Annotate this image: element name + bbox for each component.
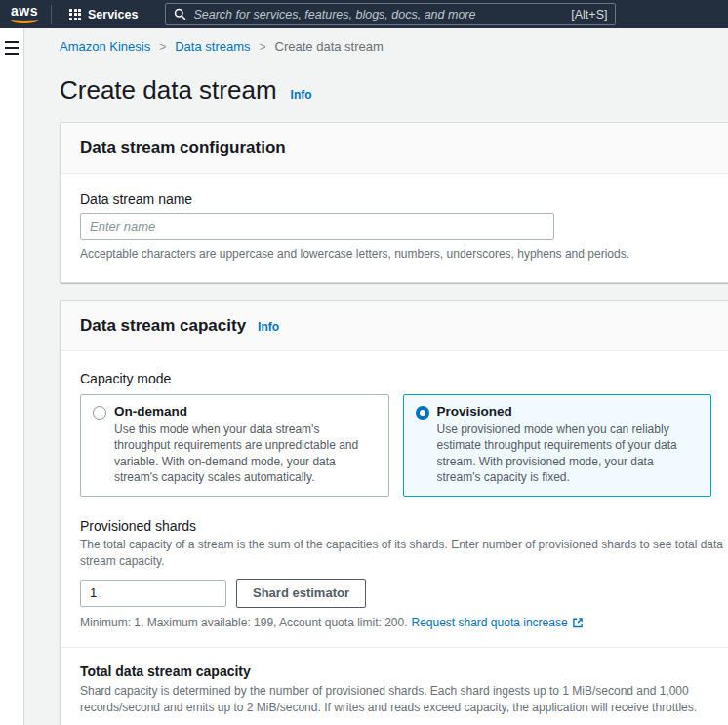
breadcrumb-link-data-streams[interactable]: Data streams (175, 39, 250, 54)
page-header: Create data stream Info (24, 54, 728, 105)
card-header: Data stream configuration (61, 123, 728, 174)
shard-estimator-button[interactable]: Shard estimator (236, 579, 366, 608)
page-title: Create data stream (60, 75, 277, 105)
side-nav-rail (0, 28, 24, 725)
provisioned-mode-tile[interactable]: Provisioned Use provisioned mode when yo… (403, 394, 712, 497)
shard-quota-text: Minimum: 1, Maximum available: 199, Acco… (80, 616, 407, 629)
capacity-info-link[interactable]: Info (258, 320, 279, 334)
search-input[interactable] (193, 8, 564, 21)
shards-input-row: Shard estimator (80, 579, 711, 608)
on-demand-description: Use this mode when your data stream's th… (114, 422, 377, 486)
provisioned-label: Provisioned (437, 404, 700, 419)
total-capacity-section: Total data stream capacity Shard capacit… (80, 664, 711, 725)
total-capacity-title: Total data stream capacity (80, 664, 711, 679)
services-grid-icon (69, 9, 81, 20)
request-quota-increase-label: Request shard quota increase (411, 616, 567, 629)
data-stream-name-label: Data stream name (80, 191, 711, 207)
card-body: Capacity mode On-demand Use this mode wh… (61, 351, 728, 725)
shard-quota-constraint: Minimum: 1, Maximum available: 199, Acco… (80, 616, 711, 629)
breadcrumb-link-kinesis[interactable]: Amazon Kinesis (60, 39, 150, 54)
request-quota-increase-link[interactable]: Request shard quota increase (411, 616, 583, 629)
external-link-icon (572, 617, 584, 628)
aws-logo[interactable]: aws (8, 3, 41, 24)
on-demand-label: On-demand (114, 404, 377, 419)
radio-unselected-icon[interactable] (93, 406, 106, 420)
provisioned-shards-description: The total capacity of a stream is the su… (80, 537, 724, 571)
provisioned-shards-label: Provisioned shards (80, 518, 711, 534)
chevron-right-icon: > (260, 40, 266, 54)
radio-selected-icon[interactable] (416, 406, 429, 420)
main-content: Amazon Kinesis > Data streams > Create d… (24, 28, 728, 725)
name-constraint-text: Acceptable characters are uppercase and … (80, 246, 711, 262)
services-label: Services (88, 8, 138, 21)
card-header: Data stream capacity Info (61, 301, 728, 351)
provisioned-description: Use provisioned mode when you can reliab… (437, 422, 700, 486)
capacity-mode-label: Capacity mode (80, 371, 711, 386)
on-demand-mode-tile[interactable]: On-demand Use this mode when your data s… (80, 394, 389, 497)
total-capacity-description: Shard capacity is determined by the numb… (80, 683, 711, 717)
page-info-link[interactable]: Info (291, 88, 312, 101)
search-icon (174, 8, 186, 20)
global-search[interactable]: [Alt+S] (165, 3, 616, 25)
provisioned-shards-field: Provisioned shards The total capacity of… (80, 518, 711, 629)
section-divider (61, 647, 728, 648)
card-title: Data stream capacity (80, 316, 246, 336)
services-menu-button[interactable]: Services (63, 4, 143, 25)
breadcrumb: Amazon Kinesis > Data streams > Create d… (24, 28, 728, 54)
search-shortcut-hint: [Alt+S] (571, 8, 607, 21)
shard-count-input[interactable] (80, 580, 226, 607)
data-stream-capacity-card: Data stream capacity Info Capacity mode … (60, 300, 728, 725)
data-stream-name-input[interactable] (80, 213, 554, 240)
breadcrumb-current: Create data stream (275, 39, 384, 54)
data-stream-configuration-card: Data stream configuration Data stream na… (60, 122, 728, 283)
aws-logo-smile (11, 17, 38, 23)
chevron-right-icon: > (159, 40, 166, 54)
top-navigation: aws Services [Alt+S] (0, 0, 728, 28)
card-title: Data stream configuration (80, 139, 286, 158)
menu-toggle-button[interactable] (4, 40, 20, 56)
nav-divider (51, 5, 52, 24)
capacity-mode-radio-group: On-demand Use this mode when your data s… (80, 394, 711, 497)
card-body: Data stream name Acceptable characters a… (61, 174, 728, 282)
